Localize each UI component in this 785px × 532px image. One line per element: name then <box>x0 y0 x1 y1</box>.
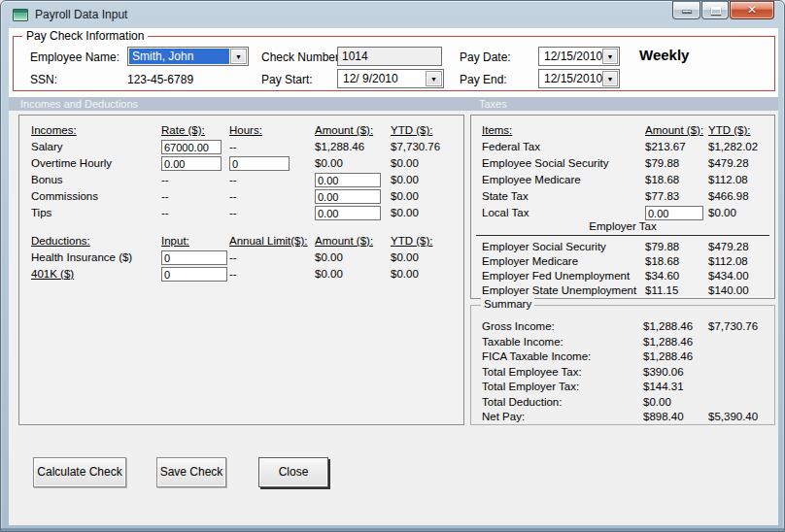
window-title: Payroll Data Input <box>35 8 127 21</box>
column-header: Input: <box>161 234 229 250</box>
incomes-deductions-panel: Incomes:Rate ($):Hours:Amount ($):YTD ($… <box>18 115 464 425</box>
row-label: Salary <box>31 140 161 156</box>
pay-start-label: Pay Start: <box>261 73 313 86</box>
maximize-button[interactable] <box>701 1 729 19</box>
cell-value: $11.15 <box>645 283 708 300</box>
overtime-hourly-input-0[interactable] <box>161 156 222 171</box>
table-row: Total Employee Tax:$390.06 <box>471 365 773 382</box>
employer-tax-divider <box>476 235 769 236</box>
ssn-value: 123-45-6789 <box>127 73 193 86</box>
section-strip: Incomes and Deductions Taxes <box>9 97 778 111</box>
taxes-panel: Employer Tax Items:Amount ($):YTD ($):Fe… <box>470 115 775 299</box>
table-row: Bonus----$0.00 <box>19 173 462 189</box>
pay-date-value: 12/15/2010 <box>539 48 602 65</box>
health-insurance-input-0[interactable] <box>161 250 227 265</box>
cell-value: $7,730.76 <box>391 140 462 156</box>
minimize-icon <box>682 10 692 13</box>
overtime-hourly-input-1[interactable] <box>229 156 290 171</box>
minimize-button[interactable] <box>672 1 700 19</box>
table-row: Commissions----$0.00 <box>19 189 462 206</box>
incomes-section-title: Incomes and Deductions <box>20 97 138 111</box>
cell-value: $0.00 <box>708 206 773 222</box>
table-row: Total Employer Tax:$144.31 <box>471 380 773 396</box>
close-icon: ✕ <box>731 3 773 17</box>
incomes-header-row: Incomes:Rate ($):Hours:Amount ($):YTD ($… <box>19 123 462 140</box>
table-row: Total Deduction:$0.00 <box>471 395 773 412</box>
401k-input-0[interactable] <box>161 267 227 282</box>
ytd-value <box>708 395 773 412</box>
employee-name-select[interactable]: Smith, John ▼ <box>127 47 249 66</box>
column-header: Amount ($): <box>315 123 391 140</box>
column-header: YTD ($): <box>708 123 773 140</box>
cell-value: $112.08 <box>708 173 773 189</box>
close-window-button[interactable]: ✕ <box>730 1 774 19</box>
pay-date-picker[interactable]: 12/15/2010 ▼ <box>538 47 620 66</box>
column-header: YTD ($): <box>391 123 462 140</box>
column-header: Amount ($): <box>315 234 391 250</box>
cell-value: -- <box>229 140 315 156</box>
close-button[interactable]: Close <box>258 457 328 487</box>
pay-end-picker[interactable]: 12/15/2010 ▼ <box>538 69 620 88</box>
table-row: Federal Tax$213.67$1,282.02 <box>471 140 773 156</box>
maximize-icon <box>711 7 721 15</box>
pay-frequency-label: Weekly <box>639 47 689 63</box>
pay-end-value: 12/15/2010 <box>539 70 602 87</box>
salary-input-0[interactable] <box>161 140 222 154</box>
column-header: Amount ($): <box>645 123 708 140</box>
cell-value: $0.00 <box>315 250 391 267</box>
employee-name-value: Smith, John <box>129 49 229 64</box>
taxes-section-title: Taxes <box>479 97 507 111</box>
tips-input-2[interactable] <box>315 206 381 220</box>
row-label: Total Employee Tax: <box>482 365 643 382</box>
chevron-down-icon[interactable]: ▼ <box>230 49 247 64</box>
table-row: Taxable Income:$1,288.46 <box>471 335 773 351</box>
commissions-input-2[interactable] <box>315 189 381 204</box>
amount-value: $1,288.46 <box>643 319 708 336</box>
calculate-check-button[interactable]: Calculate Check <box>33 457 126 487</box>
paycheck-info-legend: Pay Check Information <box>22 29 148 43</box>
bonus-input-2[interactable] <box>315 173 381 187</box>
row-label: Employee Medicare <box>482 173 645 189</box>
ssn-label: SSN: <box>30 73 57 86</box>
check-number-field[interactable] <box>337 47 442 66</box>
employee-name-label: Employee Name: <box>30 50 119 64</box>
cell-value: $0.00 <box>391 189 462 206</box>
save-check-button[interactable]: Save Check <box>156 457 226 487</box>
local-tax-input-0[interactable] <box>645 206 703 220</box>
cell-value: $1,282.02 <box>708 140 773 156</box>
chevron-down-icon[interactable]: ▼ <box>602 49 618 64</box>
table-row: 401K ($)--$0.00$0.00 <box>19 267 462 283</box>
column-header: Incomes: <box>31 123 161 140</box>
chevron-down-icon[interactable]: ▼ <box>602 71 618 86</box>
pay-start-picker[interactable]: 12/ 9/2010 ▼ <box>337 69 444 88</box>
row-label: Total Deduction: <box>482 395 643 412</box>
title-bar[interactable]: Payroll Data Input ✕ <box>1 1 784 28</box>
cell-value: -- <box>161 173 229 189</box>
check-number-label: Check Number: <box>261 50 342 64</box>
amount-value: $1,288.46 <box>643 335 708 351</box>
row-label: Federal Tax <box>482 140 645 156</box>
row-label: Net Pay: <box>482 410 643 426</box>
cell-value: $0.00 <box>391 206 462 222</box>
cell-value: $18.68 <box>645 173 708 189</box>
column-header: YTD ($): <box>391 234 462 250</box>
taxes-header-row: Items:Amount ($):YTD ($): <box>471 123 773 140</box>
cell-value: $213.67 <box>645 140 708 156</box>
row-label: State Tax <box>482 189 645 206</box>
ytd-value <box>708 365 773 382</box>
table-row: FICA Taxable Income:$1,288.46 <box>471 349 773 366</box>
table-row: Net Pay:$898.40$5,390.40 <box>471 410 773 426</box>
row-label: FICA Taxable Income: <box>482 349 643 366</box>
table-row: Employee Medicare$18.68$112.08 <box>471 173 773 189</box>
row-label: Overtime Hourly <box>31 156 161 173</box>
table-row: Tips----$0.00 <box>19 206 462 222</box>
row-label: Employee Social Security <box>482 156 645 173</box>
row-label: Health Insurance ($) <box>31 250 161 267</box>
cell-value: -- <box>229 173 315 189</box>
row-label: 401K ($) <box>31 267 161 283</box>
column-header: Hours: <box>229 123 315 140</box>
summary-legend: Summary <box>481 298 534 310</box>
chevron-down-icon[interactable]: ▼ <box>426 71 442 86</box>
cell-value: $0.00 <box>315 267 391 283</box>
pay-date-label: Pay Date: <box>460 50 511 64</box>
